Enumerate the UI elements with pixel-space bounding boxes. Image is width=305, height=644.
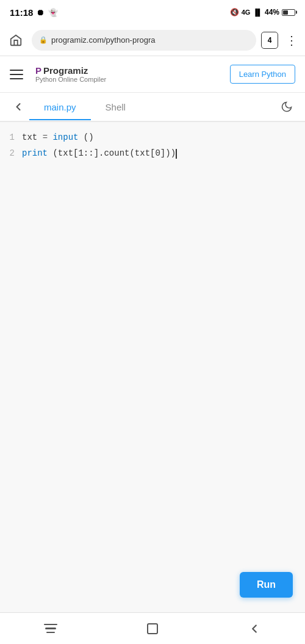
mute-icon: 🔇 <box>230 8 239 16</box>
signal-icon: ▐▌ <box>253 9 262 16</box>
logo-area: P Programiz Python Online Compiler <box>35 65 223 83</box>
screen-record-icon: ⏺ <box>37 8 45 17</box>
logo-name-text: Programiz <box>43 65 88 76</box>
battery-percent: 44% <box>265 8 279 16</box>
hamburger-menu-button[interactable] <box>10 65 28 84</box>
logo-subtitle: Python Online Compiler <box>35 76 223 83</box>
dark-mode-button[interactable] <box>276 96 298 118</box>
run-button[interactable]: Run <box>240 572 293 598</box>
code-line-1: 1 txt = input () <box>0 129 305 145</box>
hamburger-line-2 <box>10 74 23 75</box>
snapchat-icon: 👻 <box>48 8 58 17</box>
code-editor[interactable]: 1 txt = input () 2 print (txt[1::].count… <box>0 122 305 612</box>
site-header: P Programiz Python Online Compiler Learn… <box>0 56 305 93</box>
hamburger-line-1 <box>10 70 23 71</box>
lte-icon: 4G <box>242 9 251 16</box>
svg-rect-0 <box>148 624 157 634</box>
recent-apps-line-2 <box>45 628 56 629</box>
line-content-1: txt = input () <box>22 131 94 144</box>
run-button-container: Run <box>240 572 293 598</box>
tabs-container: main.py Shell <box>29 94 276 120</box>
nav-home-button[interactable] <box>138 614 167 643</box>
tab-main-py[interactable]: main.py <box>29 95 91 120</box>
nav-recent-apps-button[interactable] <box>36 614 65 643</box>
tab-shell[interactable]: Shell <box>91 94 140 120</box>
hamburger-line-3 <box>10 78 23 79</box>
recent-apps-line-3 <box>46 632 55 634</box>
status-bar: 11:18 ⏺ 👻 🔇 4G ▐▌ 44% <box>0 0 305 24</box>
address-text: programiz.com/python-progra <box>51 35 156 45</box>
recent-apps-line-1 <box>44 624 57 626</box>
line-number-2: 2 <box>0 148 22 158</box>
lock-icon: 🔒 <box>39 36 48 44</box>
browser-bar: 🔒 programiz.com/python-progra 4 ⋮ <box>0 24 305 56</box>
status-time: 11:18 <box>10 7 33 18</box>
browser-home-button[interactable] <box>5 29 27 51</box>
learn-python-button[interactable]: Learn Python <box>230 65 295 84</box>
line-number-1: 1 <box>0 132 22 142</box>
tab-count[interactable]: 4 <box>261 32 278 49</box>
code-line-2: 2 print (txt[1::].count(txt[0])) <box>0 145 305 161</box>
logo-p-letter: P <box>35 65 41 76</box>
text-cursor <box>176 149 177 159</box>
browser-menu-button[interactable]: ⋮ <box>283 32 300 49</box>
address-bar[interactable]: 🔒 programiz.com/python-progra <box>32 30 256 51</box>
bottom-nav-bar <box>0 612 305 644</box>
battery-icon <box>282 9 295 16</box>
nav-back-button[interactable] <box>240 614 269 643</box>
tab-bar: main.py Shell <box>0 93 305 122</box>
back-button[interactable] <box>7 96 29 118</box>
line-content-2: print (txt[1::].count(txt[0])) <box>22 147 177 160</box>
